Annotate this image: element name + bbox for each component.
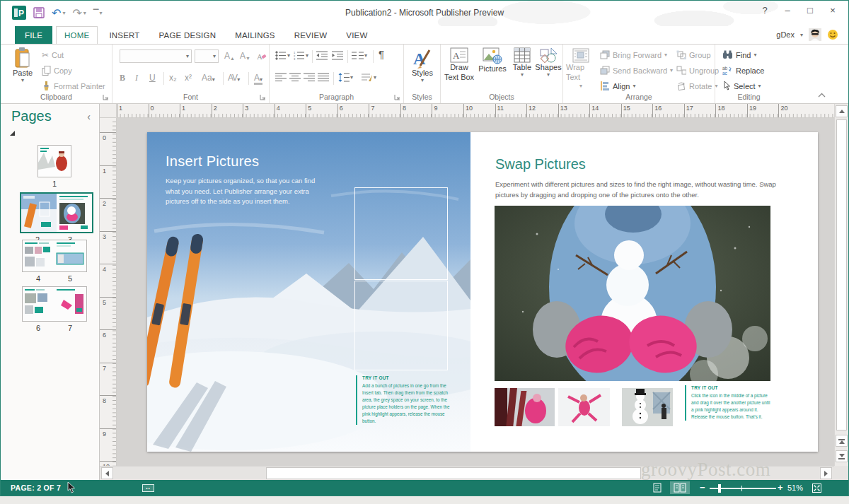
underline-button[interactable]: U (149, 73, 156, 83)
zoom-slider-thumb[interactable] (718, 484, 721, 493)
show-formatting-button[interactable]: ¶ (379, 48, 384, 60)
account-area[interactable]: gDex ▾ (776, 28, 838, 41)
bring-forward-button[interactable]: Bring Forward▾ (600, 50, 667, 59)
numbering-button[interactable]: 123▾ (294, 51, 308, 60)
avatar[interactable] (809, 28, 821, 41)
page-thumbnail-2-3[interactable] (20, 192, 93, 233)
page-number-6[interactable]: 6 (31, 324, 45, 332)
page-number-5[interactable]: 5 (63, 274, 77, 283)
change-case-button[interactable]: Aa▾ (202, 73, 215, 83)
superscript-button[interactable]: x² (185, 73, 192, 83)
font-size-combobox[interactable]: ▾ (195, 49, 219, 63)
right-tryout-textbox[interactable]: TRY IT OUT Click the icon in the middle … (685, 385, 771, 421)
increase-indent-button[interactable] (332, 51, 343, 60)
page-thumbnail-1[interactable] (37, 145, 71, 177)
collapse-ribbon-button[interactable] (818, 93, 826, 98)
bold-button[interactable]: B (120, 73, 125, 83)
tab-insert[interactable]: INSERT (101, 26, 147, 44)
find-button[interactable]: Find▾ (722, 50, 756, 59)
insert-shapes-button[interactable]: Shapes▾ (534, 47, 562, 93)
justify-button[interactable] (318, 73, 329, 82)
copy-button[interactable]: Copy (42, 66, 72, 76)
character-spacing-button[interactable]: AV▾ (228, 73, 240, 83)
scroll-right-button[interactable] (820, 467, 832, 479)
two-page-spread-view-button[interactable] (670, 481, 690, 494)
wrap-text-button[interactable]: Wrap Text▾ (566, 47, 596, 93)
close-button[interactable]: × (827, 5, 838, 16)
paste-button[interactable]: Paste▾ (8, 47, 37, 93)
scroll-left-button[interactable] (101, 467, 113, 479)
zoom-level[interactable]: 51% (787, 484, 803, 492)
cut-button[interactable]: ✂Cut (42, 50, 64, 60)
insert-pictures-button[interactable]: Pictures (476, 47, 509, 93)
scroll-up-button[interactable] (836, 105, 848, 117)
left-page-heading[interactable]: Insert Pictures (166, 153, 259, 170)
picture-placeholder-bottom[interactable] (354, 281, 448, 370)
decrease-indent-button[interactable] (316, 51, 328, 60)
rotate-button[interactable]: Rotate▾ (676, 81, 717, 90)
swap-thumbnail-3[interactable] (622, 388, 673, 426)
swap-pictures-photo[interactable] (495, 206, 770, 381)
italic-button[interactable]: I (135, 73, 138, 83)
font-dialog-launcher[interactable] (260, 94, 266, 100)
horizontal-scroll-thumb[interactable] (266, 467, 641, 479)
right-page-heading[interactable]: Swap Pictures (495, 156, 586, 172)
styles-button[interactable]: A Styles▾ (408, 47, 437, 93)
tab-mailings[interactable]: MAILINGS (227, 26, 283, 44)
tab-view[interactable]: VIEW (338, 26, 375, 44)
zoom-in-button[interactable]: + (778, 482, 783, 493)
swap-thumbnail-1[interactable] (495, 388, 555, 426)
columns-button[interactable]: ▾ (352, 51, 367, 60)
document-canvas[interactable]: Insert Pictures Keep your pictures organ… (117, 118, 834, 466)
vertical-scroll-thumb[interactable] (836, 119, 847, 430)
maximize-button[interactable]: □ (804, 5, 816, 16)
pages-expand-icon[interactable] (10, 131, 15, 136)
clear-formatting-button[interactable]: A (257, 51, 267, 61)
account-name[interactable]: gDex (776, 30, 795, 39)
fit-page-button[interactable] (812, 483, 822, 493)
account-dropdown-icon[interactable]: ▾ (800, 32, 803, 38)
insert-table-button[interactable]: Table▾ (510, 47, 534, 93)
vertical-scrollbar[interactable] (834, 104, 848, 466)
feedback-smiley-icon[interactable] (827, 29, 838, 40)
single-page-view-button[interactable] (649, 481, 666, 494)
page-spread[interactable]: Insert Pictures Keep your pictures organ… (147, 132, 818, 452)
next-page-button[interactable] (836, 450, 848, 462)
format-painter-button[interactable]: Format Painter (42, 81, 105, 91)
group-button[interactable]: Group (676, 50, 711, 59)
object-position-indicator[interactable]: ▪▪ (142, 484, 154, 492)
page-indicator[interactable]: PAGE: 2 OF 7 (11, 484, 61, 492)
line-spacing-button[interactable]: ▾ (338, 73, 353, 82)
help-button[interactable]: ? (759, 5, 770, 16)
left-tryout-textbox[interactable]: TRY IT OUT Add a bunch of pictures in on… (356, 375, 456, 425)
font-name-combobox[interactable]: ▾ (120, 49, 192, 63)
subscript-button[interactable]: x₂ (169, 73, 177, 83)
draw-text-box-button[interactable]: A Draw Text Box (444, 47, 475, 93)
tab-review[interactable]: REVIEW (287, 26, 335, 44)
swap-thumbnail-2[interactable] (558, 388, 610, 426)
align-center-button[interactable] (289, 73, 301, 82)
picture-placeholder-top[interactable] (354, 187, 448, 280)
zoom-out-button[interactable]: − (700, 482, 705, 493)
paragraph-shading-button[interactable]: ▾ (362, 73, 376, 82)
collapse-pages-panel-icon[interactable]: ‹ (87, 111, 91, 122)
tab-file[interactable]: FILE (15, 26, 52, 44)
tab-home[interactable]: HOME (56, 26, 98, 44)
page-number-7[interactable]: 7 (63, 324, 77, 332)
page-thumbnail-6-7[interactable] (22, 286, 87, 322)
send-backward-button[interactable]: Send Backward▾ (600, 66, 673, 75)
page-thumbnail-4-5[interactable] (22, 240, 87, 272)
font-color-button[interactable]: A▾ (254, 73, 262, 85)
minimize-button[interactable]: – (782, 5, 793, 16)
tab-page-design[interactable]: PAGE DESIGN (151, 26, 224, 44)
vertical-ruler[interactable]: 012345678910 (100, 118, 117, 466)
ungroup-button[interactable]: Ungroup (676, 66, 719, 75)
horizontal-scrollbar[interactable] (100, 466, 834, 480)
horizontal-ruler[interactable]: 101234567891011121314151617181920 (117, 104, 834, 118)
clipboard-dialog-launcher[interactable] (103, 94, 109, 100)
page-number-1[interactable]: 1 (47, 180, 62, 188)
page-number-4[interactable]: 4 (31, 274, 45, 283)
right-page-body-text[interactable]: Experiment with different pictures and s… (495, 179, 780, 200)
left-page-body-text[interactable]: Keep your pictures organized, so that yo… (166, 176, 327, 207)
shrink-font-button[interactable]: A▼ (240, 51, 250, 61)
